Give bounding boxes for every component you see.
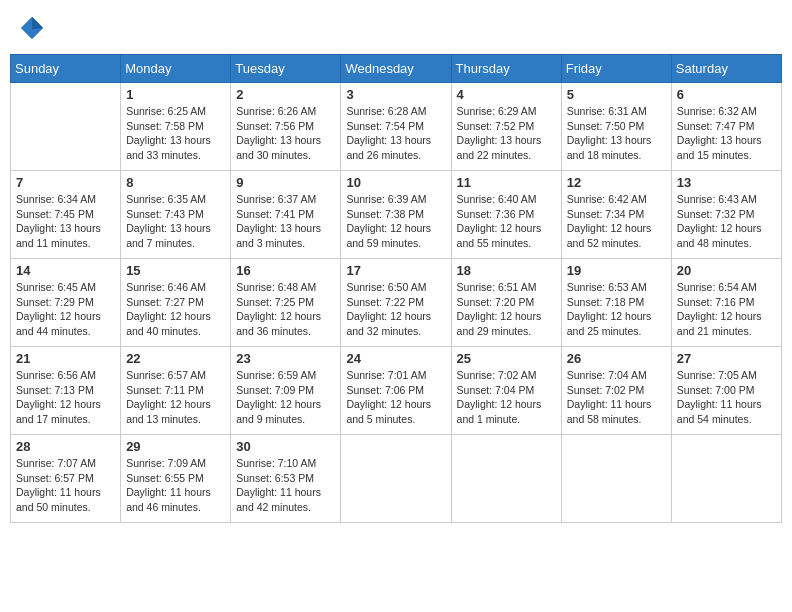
calendar: SundayMondayTuesdayWednesdayThursdayFrid… — [10, 54, 782, 523]
day-number: 7 — [16, 175, 115, 190]
day-number: 9 — [236, 175, 335, 190]
weekday-header-wednesday: Wednesday — [341, 55, 451, 83]
day-info: Sunrise: 6:34 AM Sunset: 7:45 PM Dayligh… — [16, 192, 115, 251]
day-cell: 4Sunrise: 6:29 AM Sunset: 7:52 PM Daylig… — [451, 83, 561, 171]
day-cell: 26Sunrise: 7:04 AM Sunset: 7:02 PM Dayli… — [561, 347, 671, 435]
day-info: Sunrise: 6:28 AM Sunset: 7:54 PM Dayligh… — [346, 104, 445, 163]
logo — [18, 14, 50, 42]
day-number: 2 — [236, 87, 335, 102]
day-number: 10 — [346, 175, 445, 190]
day-number: 19 — [567, 263, 666, 278]
day-info: Sunrise: 6:57 AM Sunset: 7:11 PM Dayligh… — [126, 368, 225, 427]
day-number: 1 — [126, 87, 225, 102]
week-row-4: 21Sunrise: 6:56 AM Sunset: 7:13 PM Dayli… — [11, 347, 782, 435]
day-cell: 16Sunrise: 6:48 AM Sunset: 7:25 PM Dayli… — [231, 259, 341, 347]
day-number: 20 — [677, 263, 776, 278]
day-info: Sunrise: 6:25 AM Sunset: 7:58 PM Dayligh… — [126, 104, 225, 163]
day-cell: 30Sunrise: 7:10 AM Sunset: 6:53 PM Dayli… — [231, 435, 341, 523]
weekday-header-thursday: Thursday — [451, 55, 561, 83]
day-number: 17 — [346, 263, 445, 278]
day-info: Sunrise: 6:42 AM Sunset: 7:34 PM Dayligh… — [567, 192, 666, 251]
day-number: 8 — [126, 175, 225, 190]
day-info: Sunrise: 6:50 AM Sunset: 7:22 PM Dayligh… — [346, 280, 445, 339]
day-cell: 21Sunrise: 6:56 AM Sunset: 7:13 PM Dayli… — [11, 347, 121, 435]
day-info: Sunrise: 6:32 AM Sunset: 7:47 PM Dayligh… — [677, 104, 776, 163]
day-info: Sunrise: 6:39 AM Sunset: 7:38 PM Dayligh… — [346, 192, 445, 251]
day-number: 26 — [567, 351, 666, 366]
day-number: 25 — [457, 351, 556, 366]
day-cell: 25Sunrise: 7:02 AM Sunset: 7:04 PM Dayli… — [451, 347, 561, 435]
day-number: 22 — [126, 351, 225, 366]
day-number: 12 — [567, 175, 666, 190]
weekday-header-tuesday: Tuesday — [231, 55, 341, 83]
logo-icon — [18, 14, 46, 42]
weekday-header-saturday: Saturday — [671, 55, 781, 83]
day-cell: 17Sunrise: 6:50 AM Sunset: 7:22 PM Dayli… — [341, 259, 451, 347]
day-number: 6 — [677, 87, 776, 102]
day-cell: 14Sunrise: 6:45 AM Sunset: 7:29 PM Dayli… — [11, 259, 121, 347]
day-cell: 9Sunrise: 6:37 AM Sunset: 7:41 PM Daylig… — [231, 171, 341, 259]
day-info: Sunrise: 7:05 AM Sunset: 7:00 PM Dayligh… — [677, 368, 776, 427]
day-cell: 1Sunrise: 6:25 AM Sunset: 7:58 PM Daylig… — [121, 83, 231, 171]
day-cell: 27Sunrise: 7:05 AM Sunset: 7:00 PM Dayli… — [671, 347, 781, 435]
day-info: Sunrise: 6:35 AM Sunset: 7:43 PM Dayligh… — [126, 192, 225, 251]
day-cell — [341, 435, 451, 523]
day-info: Sunrise: 6:48 AM Sunset: 7:25 PM Dayligh… — [236, 280, 335, 339]
day-cell: 5Sunrise: 6:31 AM Sunset: 7:50 PM Daylig… — [561, 83, 671, 171]
day-number: 13 — [677, 175, 776, 190]
day-cell: 11Sunrise: 6:40 AM Sunset: 7:36 PM Dayli… — [451, 171, 561, 259]
day-cell: 20Sunrise: 6:54 AM Sunset: 7:16 PM Dayli… — [671, 259, 781, 347]
day-cell: 13Sunrise: 6:43 AM Sunset: 7:32 PM Dayli… — [671, 171, 781, 259]
day-info: Sunrise: 6:26 AM Sunset: 7:56 PM Dayligh… — [236, 104, 335, 163]
day-info: Sunrise: 6:54 AM Sunset: 7:16 PM Dayligh… — [677, 280, 776, 339]
day-number: 24 — [346, 351, 445, 366]
week-row-5: 28Sunrise: 7:07 AM Sunset: 6:57 PM Dayli… — [11, 435, 782, 523]
day-number: 4 — [457, 87, 556, 102]
weekday-header-sunday: Sunday — [11, 55, 121, 83]
day-info: Sunrise: 7:07 AM Sunset: 6:57 PM Dayligh… — [16, 456, 115, 515]
day-cell — [671, 435, 781, 523]
day-info: Sunrise: 6:53 AM Sunset: 7:18 PM Dayligh… — [567, 280, 666, 339]
day-cell: 3Sunrise: 6:28 AM Sunset: 7:54 PM Daylig… — [341, 83, 451, 171]
day-number: 16 — [236, 263, 335, 278]
day-number: 14 — [16, 263, 115, 278]
day-info: Sunrise: 7:09 AM Sunset: 6:55 PM Dayligh… — [126, 456, 225, 515]
day-number: 5 — [567, 87, 666, 102]
day-info: Sunrise: 7:02 AM Sunset: 7:04 PM Dayligh… — [457, 368, 556, 427]
day-cell: 19Sunrise: 6:53 AM Sunset: 7:18 PM Dayli… — [561, 259, 671, 347]
weekday-header-row: SundayMondayTuesdayWednesdayThursdayFrid… — [11, 55, 782, 83]
day-cell: 8Sunrise: 6:35 AM Sunset: 7:43 PM Daylig… — [121, 171, 231, 259]
day-cell: 28Sunrise: 7:07 AM Sunset: 6:57 PM Dayli… — [11, 435, 121, 523]
day-number: 30 — [236, 439, 335, 454]
day-info: Sunrise: 6:46 AM Sunset: 7:27 PM Dayligh… — [126, 280, 225, 339]
day-cell: 2Sunrise: 6:26 AM Sunset: 7:56 PM Daylig… — [231, 83, 341, 171]
week-row-3: 14Sunrise: 6:45 AM Sunset: 7:29 PM Dayli… — [11, 259, 782, 347]
day-cell: 10Sunrise: 6:39 AM Sunset: 7:38 PM Dayli… — [341, 171, 451, 259]
day-info: Sunrise: 6:56 AM Sunset: 7:13 PM Dayligh… — [16, 368, 115, 427]
day-info: Sunrise: 6:43 AM Sunset: 7:32 PM Dayligh… — [677, 192, 776, 251]
day-number: 3 — [346, 87, 445, 102]
day-cell: 29Sunrise: 7:09 AM Sunset: 6:55 PM Dayli… — [121, 435, 231, 523]
day-info: Sunrise: 6:37 AM Sunset: 7:41 PM Dayligh… — [236, 192, 335, 251]
day-info: Sunrise: 6:59 AM Sunset: 7:09 PM Dayligh… — [236, 368, 335, 427]
page-header — [10, 10, 782, 46]
day-cell: 24Sunrise: 7:01 AM Sunset: 7:06 PM Dayli… — [341, 347, 451, 435]
day-cell: 23Sunrise: 6:59 AM Sunset: 7:09 PM Dayli… — [231, 347, 341, 435]
day-info: Sunrise: 6:51 AM Sunset: 7:20 PM Dayligh… — [457, 280, 556, 339]
day-cell: 6Sunrise: 6:32 AM Sunset: 7:47 PM Daylig… — [671, 83, 781, 171]
day-info: Sunrise: 7:10 AM Sunset: 6:53 PM Dayligh… — [236, 456, 335, 515]
day-info: Sunrise: 6:45 AM Sunset: 7:29 PM Dayligh… — [16, 280, 115, 339]
day-info: Sunrise: 6:29 AM Sunset: 7:52 PM Dayligh… — [457, 104, 556, 163]
day-info: Sunrise: 7:01 AM Sunset: 7:06 PM Dayligh… — [346, 368, 445, 427]
day-cell — [11, 83, 121, 171]
day-info: Sunrise: 7:04 AM Sunset: 7:02 PM Dayligh… — [567, 368, 666, 427]
day-cell: 18Sunrise: 6:51 AM Sunset: 7:20 PM Dayli… — [451, 259, 561, 347]
day-cell: 22Sunrise: 6:57 AM Sunset: 7:11 PM Dayli… — [121, 347, 231, 435]
day-number: 11 — [457, 175, 556, 190]
week-row-1: 1Sunrise: 6:25 AM Sunset: 7:58 PM Daylig… — [11, 83, 782, 171]
day-number: 15 — [126, 263, 225, 278]
day-cell: 15Sunrise: 6:46 AM Sunset: 7:27 PM Dayli… — [121, 259, 231, 347]
svg-marker-1 — [32, 17, 43, 30]
day-cell: 7Sunrise: 6:34 AM Sunset: 7:45 PM Daylig… — [11, 171, 121, 259]
day-number: 28 — [16, 439, 115, 454]
